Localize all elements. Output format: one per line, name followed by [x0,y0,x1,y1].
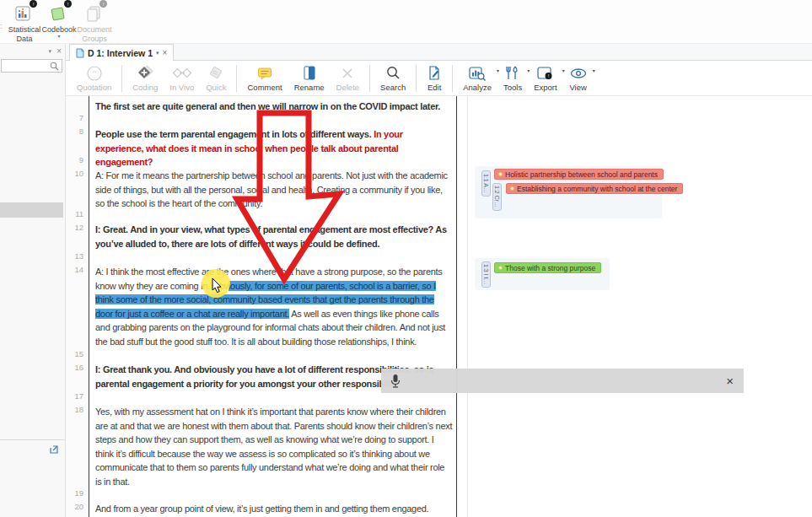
paragraph-number: 15 [66,349,83,358]
paragraph-number: 12 [66,223,83,232]
toolbar-separator [236,65,237,92]
search-icon [385,65,401,82]
paragraph-number: 9 [66,155,83,164]
upload-badge-icon: ↑ [64,0,72,8]
code-label-strong-purpose[interactable]: Those with a strong purpose [494,262,601,273]
paragraph-10: A: For me it means the partnership betwe… [95,169,453,211]
edit-icon [427,65,442,82]
upload-badge-icon: ↑ [30,0,37,8]
analyze-icon [468,65,487,82]
view-button[interactable]: View ▾ [563,62,594,95]
export-button[interactable]: ↑ Export ▾ [528,62,562,95]
tab-d1-interview-1[interactable]: D 1: Interview 1 ▾ × [69,44,174,61]
edit-button[interactable]: Edit [421,62,448,95]
text-area-left-border [89,96,89,517]
paragraph-6: The first set are quite general and then… [95,100,453,114]
paragraph-number: 16 [66,363,83,372]
coding-button: Coding [126,62,164,95]
panel-selected-row[interactable] [0,202,63,218]
paragraph-14: A: I think the most effective are the on… [95,265,453,348]
app-window: : ↑ Statistical Data ↑ [0,0,812,517]
statistical-data-button[interactable]: ↑ Statistical Data [5,3,44,43]
code-dot-icon [510,186,514,191]
document-groups-label: Document [77,25,111,34]
paragraph-number: 19 [66,488,83,498]
document-groups-button: ↑ Document Groups [75,3,114,43]
quotation-icon: ” [86,65,103,82]
comment-button[interactable]: Comment [241,62,288,95]
paragraph-8: People use the term parental engagement … [95,127,453,170]
code-text: Holistic partnership between school and … [505,170,658,179]
ribbon-clipped-label: : [0,22,3,30]
rename-icon [301,65,318,82]
analyze-button[interactable]: Analyze ▾ [457,62,497,95]
quick-coding-icon [207,65,224,82]
margin-divider [467,96,468,517]
tools-icon [504,65,521,82]
dictation-close-icon[interactable]: × [726,374,734,387]
paragraph-number: 14 [66,265,83,274]
toolbar-separator [416,65,417,92]
in-vivo-icon [172,65,192,82]
document-groups-icon: ↑ [83,3,105,24]
paragraph-8-black: People use the term parental engagement … [95,129,374,139]
paragraph-number: 7 [66,113,83,122]
paragraph-number-gutter: 7 8 9 10 11 12 13 14 15 16 17 18 19 20 [66,96,89,517]
toolbar-separator [452,65,453,92]
quotation-bar-1-2[interactable]: 1:2 Cr… [492,183,502,211]
delete-button: Delete [331,62,365,95]
svg-text:”: ” [92,69,95,78]
codebook-caret-icon: ▾ [57,34,60,39]
microphone-icon[interactable] [390,374,401,389]
search-input[interactable] [2,62,50,70]
quick-coding-button: Quick [200,62,232,95]
open-external-icon[interactable] [48,444,60,455]
document-tab-strip: D 1: Interview 1 ▾ × [66,44,812,61]
paragraph-number: 18 [66,405,83,414]
quotation-button: ” Quotation [71,62,117,95]
codebook-icon: ↑ [48,3,70,24]
delete-icon [341,65,354,82]
search-icon [50,62,59,71]
document-icon [76,48,84,58]
in-vivo-button: In Vivo [164,62,200,95]
paragraph-number: 20 [66,502,83,511]
coding-icon [136,65,154,82]
search-button[interactable]: Search [374,62,411,95]
view-dropdown-caret-icon[interactable]: ▾ [593,67,595,73]
paragraph-number: 11 [66,209,83,218]
paragraph-number: 8 [66,127,83,136]
dictation-bar[interactable]: × [381,369,744,393]
tab-close-icon[interactable]: × [163,49,168,57]
panel-close-icon[interactable]: × [56,46,62,56]
paragraph-12: I: Great. And in your view, what types o… [95,223,453,250]
codebook-label: Codebook [41,25,76,34]
code-dot-icon [498,266,503,270]
toolbar-separator [369,65,370,92]
statistical-data-icon: ↑ [13,3,35,24]
quotation-bar-1-3[interactable]: 1:3 I t… [481,261,491,288]
paragraph-18: Yes, with my assessment hat on I think i… [95,405,453,488]
code-dot-icon [498,172,503,176]
ribbon: : ↑ Statistical Data ↑ [0,0,812,44]
statistical-data-label2: Data [16,35,32,43]
panel-collapse-caret-icon[interactable]: ▾ [48,48,51,55]
comment-icon [256,65,273,82]
document-groups-label2: Groups [82,35,107,43]
upload-badge-icon: ↑ [99,0,107,8]
paragraph-20: And from a year group point of view, it’… [95,502,453,516]
code-text: Establishing a community with school at … [517,185,677,193]
view-icon [569,65,588,82]
text-area-right-border [456,96,457,517]
document-toolbar: ” Quotation Coding [66,61,812,96]
codebook-button[interactable]: ↑ Codebook ▾ [40,3,78,39]
panel-search-box [1,59,62,73]
tab-caret-icon[interactable]: ▾ [156,50,159,57]
code-label-establishing-community[interactable]: Establishing a community with school at … [506,183,683,194]
tools-button[interactable]: Tools ▾ [497,62,528,95]
code-label-holistic-partnership[interactable]: Holistic partnership between school and … [494,169,664,180]
rename-button[interactable]: Rename [288,62,331,95]
quotation-bar-1-1[interactable]: 1:1 A… [481,170,491,197]
mouse-cursor-icon [212,277,223,294]
paragraph-number: 17 [66,391,83,401]
